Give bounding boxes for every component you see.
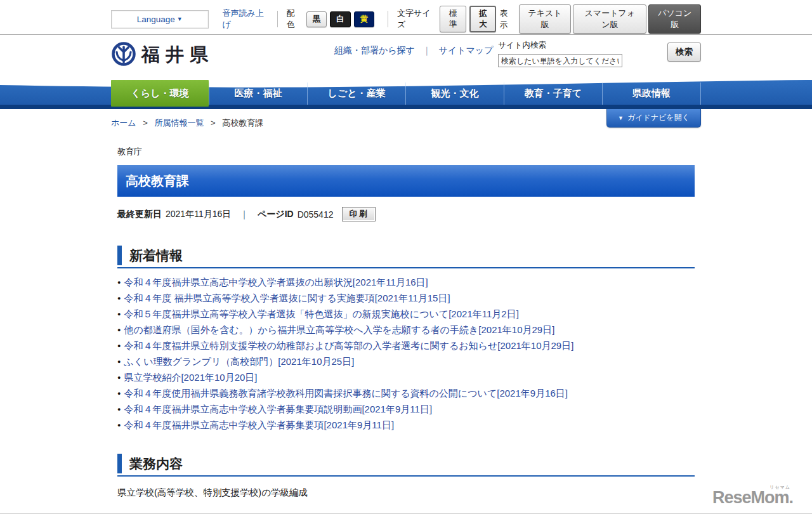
list-item: ●令和５年度福井県立高等学校入学者選抜「特色選抜」の新規実施校について[2021… [117, 308, 695, 320]
nav-tab-kanko[interactable]: 観光・文化 [405, 82, 504, 105]
site-search-input[interactable] [498, 54, 622, 67]
list-item: ●令和４年度福井県立高志中学校入学者募集要項[2021年9月11日] [117, 419, 695, 431]
link-separator: ｜ [422, 45, 431, 55]
font-size-label: 文字サイズ [397, 8, 435, 30]
bullet-icon: ● [117, 343, 121, 349]
list-item: ●令和４年度福井県立特別支援学校の幼稚部および高等部の入学者選考に関するお知らせ… [117, 340, 695, 352]
news-section: 新着情報 ●令和４年度福井県立高志中学校入学者選抜の出願状況[2021年11月1… [117, 246, 695, 431]
nav-tab-kensei[interactable]: 県政情報 [602, 82, 701, 105]
color-yellow-button[interactable]: 黄 [354, 11, 375, 27]
nav-tab-iryo[interactable]: 医療・福祉 [209, 82, 307, 105]
duties-section: 業務内容 県立学校(高等学校、特別支援学校)の学級編成 [117, 454, 695, 499]
utility-bar: Language ▼ 音声読み上げ 配色 黒 白 黄 文字サイズ 標準 拡大 表… [0, 0, 812, 35]
department-label: 教育庁 [117, 146, 695, 157]
nav-tab-shigoto[interactable]: しごと・産業 [307, 82, 405, 105]
nav-tab-kyoiku[interactable]: 教育・子育て [504, 82, 602, 105]
page-id-value: D055412 [298, 209, 334, 220]
font-standard-button[interactable]: 標準 [440, 6, 466, 32]
org-search-link[interactable]: 組織・部署から探す [334, 45, 415, 55]
page-id-label: ページID [258, 209, 294, 220]
language-select[interactable]: Language ▼ [111, 10, 209, 29]
breadcrumb-home-link[interactable]: ホーム [111, 118, 136, 128]
duties-heading: 業務内容 [117, 454, 695, 473]
search-button[interactable]: 検索 [667, 43, 701, 62]
bullet-icon: ● [117, 311, 121, 317]
breadcrumb-separator: > [143, 118, 148, 128]
bullet-icon: ● [117, 374, 121, 381]
news-list: ●令和４年度福井県立高志中学校入学者選抜の出願状況[2021年11月16日] ●… [117, 277, 695, 431]
display-text-button[interactable]: テキスト版 [519, 4, 572, 34]
site-title: 福井県 [141, 43, 214, 68]
guide-nav-button[interactable]: ▼ガイドナビを開く [606, 109, 701, 128]
news-link[interactable]: 令和４年度使用福井県義務教育諸学校教科用図書採択事務に関する資料の公開について[… [124, 388, 568, 399]
bullet-icon: ● [117, 327, 121, 333]
meta-separator: ｜ [240, 209, 249, 220]
news-link[interactable]: 令和４年度福井県立特別支援学校の幼稚部および高等部の入学者選考に関するお知らせ[… [124, 340, 573, 351]
divider [388, 11, 388, 27]
site-search-label: サイト内検索 [498, 40, 622, 51]
news-link[interactable]: ふくい理数グランプリ（高校部門）[2021年10月25日] [124, 356, 354, 367]
last-updated-value: 2021年11月16日 [166, 209, 231, 220]
font-large-button[interactable]: 拡大 [469, 6, 496, 32]
news-link[interactable]: 令和４年度福井県立高志中学校入学者選抜の出願状況[2021年11月16日] [124, 277, 428, 287]
breadcrumb-current: 高校教育課 [222, 118, 263, 128]
display-smartphone-button[interactable]: スマートフォン版 [573, 4, 646, 34]
site-search: サイト内検索 [498, 40, 622, 67]
news-link[interactable]: 他の都道府県（国外を含む。）から福井県立高等学校へ入学を志願する者の手続き[20… [124, 324, 554, 335]
language-label: Language [137, 15, 175, 24]
watermark: リセマム ReseMom. [712, 488, 793, 508]
last-updated-label: 最終更新日 [117, 209, 162, 220]
bullet-icon: ● [117, 422, 121, 428]
nav-tab-kurashi[interactable]: くらし・環境 [111, 80, 209, 107]
news-link[interactable]: 県立学校紹介[2021年10月20日] [124, 372, 257, 383]
breadcrumb-separator: > [211, 118, 216, 128]
duties-text: 県立学校(高等学校、特別支援学校)の学級編成 [117, 487, 695, 499]
global-nav: くらし・環境 医療・福祉 しごと・産業 観光・文化 教育・子育て 県政情報 [0, 79, 812, 109]
color-black-button[interactable]: 黒 [306, 11, 327, 27]
fukui-emblem-icon [111, 41, 136, 69]
bullet-icon: ● [117, 279, 121, 286]
color-white-button[interactable]: 白 [330, 11, 351, 27]
bullet-icon: ● [117, 295, 121, 301]
site-logo[interactable]: 福井県 [111, 41, 214, 69]
news-link[interactable]: 令和４年度福井県立高志中学校入学者募集要項説明動画[2021年9月11日] [124, 404, 432, 414]
bullet-icon: ● [117, 390, 121, 397]
news-link[interactable]: 令和５年度福井県立高等学校入学者選抜「特色選抜」の新規実施校について[2021年… [124, 308, 518, 319]
sitemap-link[interactable]: サイトマップ [438, 45, 493, 55]
color-scheme-label: 配色 [287, 8, 301, 30]
bullet-icon: ● [117, 359, 121, 365]
display-pc-button[interactable]: パソコン版 [648, 4, 701, 34]
news-link[interactable]: 令和４年度 福井県立高等学校入学者選抜に関する実施要項[2021年11月15日] [124, 293, 450, 303]
header-links: 組織・部署から探す ｜ サイトマップ [334, 45, 493, 56]
breadcrumb-parent-link[interactable]: 所属情報一覧 [154, 118, 204, 128]
display-label: 表示 [499, 8, 513, 30]
divider [277, 11, 278, 27]
list-item: ●令和４年度使用福井県義務教育諸学校教科用図書採択事務に関する資料の公開について… [117, 388, 695, 399]
page-meta: 最終更新日 2021年11月16日 ｜ ページID D055412 印刷 [117, 207, 695, 221]
chevron-down-icon: ▼ [618, 115, 624, 121]
list-item: ●令和４年度福井県立高志中学校入学者募集要項説明動画[2021年9月11日] [117, 404, 695, 415]
site-header: 福井県 組織・部署から探す ｜ サイトマップ サイト内検索 検索 [0, 35, 812, 79]
voice-reading-link[interactable]: 音声読み上げ [223, 8, 267, 30]
print-button[interactable]: 印刷 [342, 207, 376, 221]
page-title: 高校教育課 [117, 165, 695, 197]
bullet-icon: ● [117, 406, 121, 412]
main-content: 教育庁 高校教育課 最終更新日 2021年11月16日 ｜ ページID D055… [111, 146, 701, 499]
chevron-down-icon: ▼ [177, 16, 183, 22]
list-item: ●県立学校紹介[2021年10月20日] [117, 372, 695, 383]
news-link[interactable]: 令和４年度福井県立高志中学校入学者募集要項[2021年9月11日] [124, 419, 394, 430]
list-item: ●令和４年度福井県立高志中学校入学者選抜の出願状況[2021年11月16日] [117, 277, 695, 288]
watermark-text: ReseMom. [712, 488, 793, 507]
news-heading: 新着情報 [117, 246, 695, 265]
list-item: ●他の都道府県（国外を含む。）から福井県立高等学校へ入学を志願する者の手続き[2… [117, 324, 695, 336]
list-item: ●ふくい理数グランプリ（高校部門）[2021年10月25日] [117, 356, 695, 367]
list-item: ●令和４年度 福井県立高等学校入学者選抜に関する実施要項[2021年11月15日… [117, 293, 695, 304]
